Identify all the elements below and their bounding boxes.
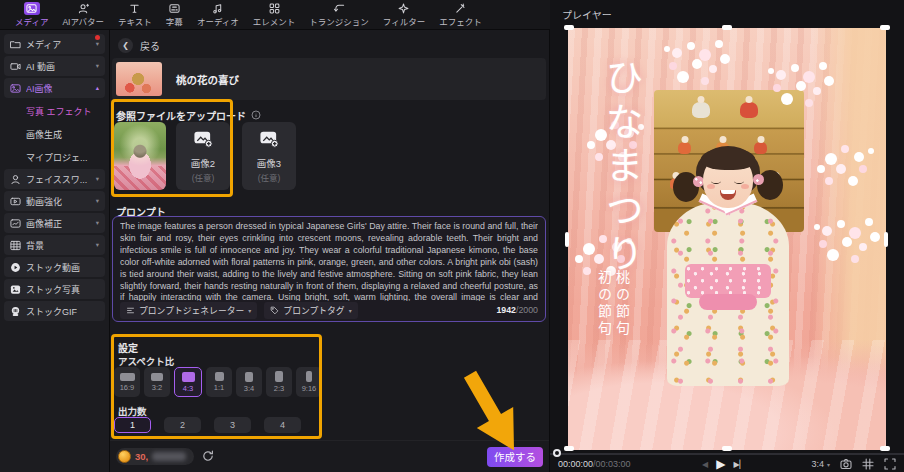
upload-slot-image1[interactable] — [114, 122, 166, 190]
aspect-ratio-icon — [120, 373, 135, 381]
template-card[interactable]: 桃の花の喜び — [112, 58, 546, 100]
selection-handle[interactable] — [722, 25, 732, 30]
selection-handle[interactable] — [565, 232, 569, 247]
prompt-generator-button[interactable]: プロンプトジェネレーター ▾ — [120, 302, 257, 319]
cherry-blossoms — [868, 148, 874, 154]
ratio-dropdown[interactable]: 3:4▾ — [811, 459, 830, 469]
left-sidebar: メディア ▾ AI 動画 ▾ AI画像 ▴ 写真 エフェクト 画像生成 マイプロ… — [0, 30, 110, 472]
preview-canvas[interactable]: ひなまつり 桃の節句 初の節句 — [568, 28, 886, 450]
next-frame-button[interactable]: ▶▏ — [733, 460, 745, 469]
media-icon — [24, 2, 40, 15]
chevron-down-icon: ▾ — [96, 175, 99, 183]
fullscreen-icon[interactable] — [884, 458, 896, 470]
sidebar-subitem-my-projects[interactable]: マイプロジェ... — [4, 146, 105, 169]
top-toolbar: メディア AIアバター テキスト 字幕 オーディオ エレメント トランジション — [0, 0, 550, 30]
tab-subtitles[interactable]: 字幕 — [159, 0, 190, 30]
main-footer: 30, 作成する — [110, 440, 549, 472]
tab-label: エレメント — [253, 15, 296, 27]
sidebar-item-stock-gif[interactable]: ストックGIF — [4, 301, 105, 321]
player-title: プレイヤー — [562, 7, 612, 22]
chevron-down-icon: ▾ — [96, 62, 99, 70]
aspect-16-9[interactable]: 16:9 — [114, 367, 140, 397]
avatar-icon — [75, 2, 91, 15]
hina-doll — [692, 102, 710, 118]
sidebar-subitem-photo-effects[interactable]: 写真 エフェクト — [4, 100, 105, 123]
chevron-down-icon: ▾ — [96, 219, 99, 227]
chevron-down-icon: ▾ — [349, 307, 352, 314]
selection-handle[interactable] — [884, 232, 888, 247]
ai-image-panel: ❮ 戻る 桃の花の喜び 参照ファイルをアップロード 画像2 (任意) 画像3 (… — [110, 30, 550, 472]
timeline-scrubber[interactable] — [550, 453, 904, 455]
output-count-3[interactable]: 3 — [214, 417, 251, 433]
grid-icon[interactable] — [862, 458, 874, 470]
sidebar-item-ai-image[interactable]: AI画像 ▴ — [4, 78, 105, 98]
credits-badge[interactable]: 30, — [116, 448, 194, 465]
sidebar-item-image-correction[interactable]: 画像補正 ▾ — [4, 213, 105, 233]
tab-filters[interactable]: フィルター — [376, 0, 432, 30]
info-icon[interactable] — [251, 110, 261, 122]
prompt-footer: プロンプトジェネレーター ▾ プロンプトタグ ▾ 1942/2000 — [120, 302, 538, 318]
aspect-3-2[interactable]: 3:2 — [144, 367, 170, 397]
selection-handle[interactable] — [880, 25, 890, 30]
upload-slot-image2[interactable]: 画像2 (任意) — [176, 122, 230, 190]
tab-media[interactable]: メディア — [8, 0, 55, 30]
time-current: 00:00:00 — [558, 459, 593, 469]
stock-photo-icon — [10, 284, 21, 295]
video-enhance-icon — [10, 196, 21, 207]
tab-effects[interactable]: エフェクト — [432, 0, 489, 30]
chevron-down-icon: ▾ — [96, 241, 99, 249]
selection-handle[interactable] — [722, 446, 732, 451]
aspect-9-16[interactable]: 9:16 — [296, 367, 322, 397]
aspect-ratio-icon — [245, 372, 253, 382]
effects-icon — [452, 2, 468, 15]
play-button[interactable]: ▶ — [716, 457, 725, 471]
tab-elements[interactable]: エレメント — [246, 0, 303, 30]
refresh-icon[interactable] — [202, 448, 214, 466]
tab-ai-avatar[interactable]: AIアバター — [55, 0, 111, 30]
tab-text[interactable]: テキスト — [111, 0, 159, 30]
folder-icon — [10, 39, 21, 50]
output-count-2[interactable]: 2 — [164, 417, 201, 433]
prompt-tags-button[interactable]: プロンプトタグ ▾ — [264, 302, 357, 319]
aspect-1-1[interactable]: 1:1 — [206, 367, 232, 397]
sidebar-item-background[interactable]: 背景 ▾ — [4, 235, 105, 255]
output-count-label: 出力数 — [118, 404, 147, 418]
background-checker-icon — [10, 240, 21, 251]
back-button[interactable]: ❮ 戻る — [118, 38, 160, 53]
sidebar-item-ai-video[interactable]: AI 動画 ▾ — [4, 56, 105, 76]
prompt-textarea[interactable]: The image features a person dressed in t… — [112, 216, 546, 322]
tab-transitions[interactable]: トランジション — [302, 0, 376, 30]
selection-handle[interactable] — [564, 446, 574, 451]
sidebar-subitem-image-generation[interactable]: 画像生成 — [4, 123, 105, 146]
output-count-4[interactable]: 4 — [264, 417, 301, 433]
eye — [734, 178, 744, 184]
sidebar-item-video-enhance[interactable]: 動画強化 ▾ — [4, 191, 105, 211]
aspect-2-3[interactable]: 2:3 — [266, 367, 292, 397]
aspect-3-4[interactable]: 3:4 — [236, 367, 262, 397]
aspect-4-3[interactable]: 4:3 — [174, 367, 202, 397]
tab-audio[interactable]: オーディオ — [190, 0, 246, 30]
tab-label: トランジション — [309, 15, 369, 27]
audio-icon — [210, 2, 226, 15]
aspect-ratio-label: アスペクト比 — [118, 354, 174, 368]
output-count-1[interactable]: 1 — [114, 417, 151, 433]
upload-section-header: 参照ファイルをアップロード — [116, 108, 261, 123]
snapshot-camera-icon[interactable] — [840, 458, 852, 470]
template-thumbnail — [116, 62, 162, 96]
create-button[interactable]: 作成する — [487, 447, 543, 467]
selection-handle[interactable] — [564, 25, 574, 30]
aspect-ratio-icon — [215, 372, 224, 381]
sidebar-item-stock-video[interactable]: ストック動画 — [4, 257, 105, 277]
selection-handle[interactable] — [880, 446, 890, 451]
player-options: 3:4▾ — [811, 458, 896, 470]
upload-slot-image3[interactable]: 画像3 (任意) — [242, 122, 296, 190]
chevron-down-icon: ▾ — [96, 40, 99, 48]
ai-video-icon — [10, 61, 21, 72]
character-count: 1942/2000 — [496, 305, 538, 315]
previous-frame-button[interactable]: ◀ — [702, 460, 708, 469]
playhead[interactable] — [553, 449, 561, 457]
chevron-down-icon: ▾ — [248, 307, 251, 314]
sidebar-item-media[interactable]: メディア ▾ — [4, 34, 105, 54]
sidebar-item-face-swap[interactable]: フェイススワ... ▾ — [4, 169, 105, 189]
sidebar-item-stock-photo[interactable]: ストック写真 — [4, 279, 105, 299]
